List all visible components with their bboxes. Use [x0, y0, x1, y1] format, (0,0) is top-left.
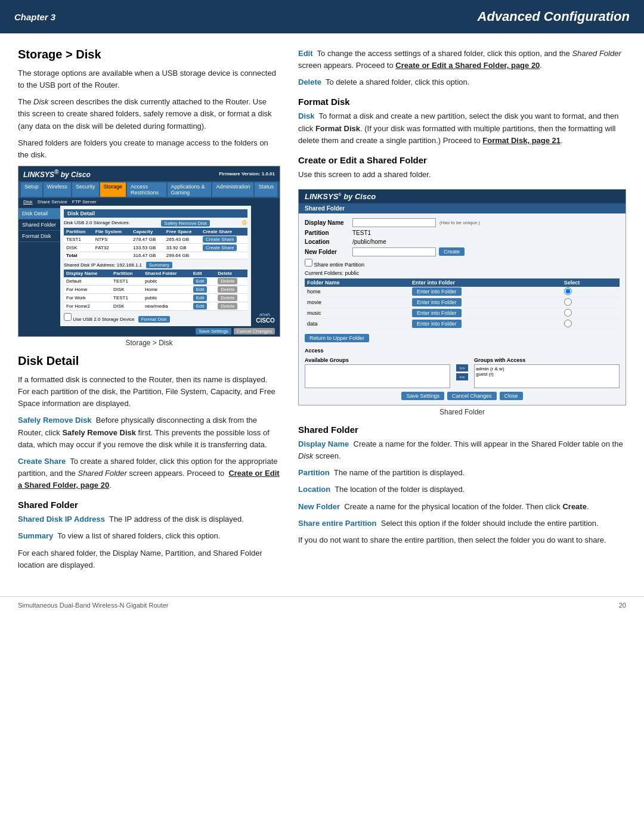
disk-info-row: Disk USB 2.0 Storage Devices: Safely Rem… — [64, 220, 247, 227]
col-sharedfolder: Shared Folder — [143, 270, 191, 277]
safely-remove-label: Safely Remove Disk — [18, 416, 92, 425]
edit-btn[interactable]: Edit — [193, 303, 208, 309]
groups-with-access-title: Groups with Access — [474, 357, 620, 363]
col-folder-name: Folder Name — [305, 278, 410, 287]
location-bold: Location — [298, 485, 330, 494]
edit-label: Edit — [298, 49, 313, 58]
shared-disk-ip-label: Shared Disk IP Address: 192.168.1.1 Summ… — [64, 262, 247, 268]
delete-btn[interactable]: Delete — [218, 278, 237, 284]
share-entire-checkbox[interactable] — [305, 259, 312, 267]
create-share-btn-2[interactable]: Create Share — [203, 244, 237, 251]
sidebar-shared-folder[interactable]: Shared Folder — [18, 219, 60, 231]
sf-header: LINKSYS® by Cisco — [299, 190, 626, 203]
nav-apps[interactable]: Applications & Gaming — [168, 182, 212, 197]
nav-setup[interactable]: Setup — [21, 182, 42, 197]
delete-btn[interactable]: Delete — [218, 286, 237, 293]
page-footer: Simultaneous Dual-Band Wireless-N Gigabi… — [0, 596, 644, 614]
edit-btn[interactable]: Edit — [193, 278, 208, 284]
share-entire-para: Share entire Partition Select this optio… — [298, 518, 626, 529]
folder: public — [143, 277, 191, 286]
nav-storage[interactable]: Storage — [100, 182, 126, 197]
nav-status[interactable]: Status — [255, 182, 277, 197]
create-share-para: Create Share To create a shared folder, … — [18, 456, 280, 491]
subtab-disk[interactable]: Disk — [23, 199, 33, 205]
footer-left: Simultaneous Dual-Band Wireless-N Gigabi… — [18, 602, 169, 609]
edit-btn[interactable]: Edit — [193, 286, 208, 293]
summary-btn[interactable]: Summary — [146, 262, 172, 268]
shared-folder-screenshot: LINKSYS® by Cisco Shared Folder Display … — [298, 189, 626, 405]
footer-page-number: 20 — [619, 602, 626, 609]
folder: Home — [143, 285, 191, 293]
edit-btn[interactable]: Edit — [193, 295, 208, 301]
format-disk-heading: Format Disk — [298, 97, 626, 107]
enter-folder-btn[interactable]: Enter into Folder — [412, 287, 462, 296]
storage-para-2: The Disk screen describes the disk curre… — [18, 96, 280, 132]
enter-folder-btn[interactable]: Enter into Folder — [412, 320, 462, 328]
summary-para: Summary To view a list of shared folders… — [18, 530, 280, 542]
sidebar-disk-detail[interactable]: Disk Detail — [18, 208, 60, 219]
enter-folder-btn[interactable]: Enter into Folder — [412, 298, 462, 306]
return-to-upper-btn[interactable]: Return to Upper Folder — [305, 334, 369, 342]
nav-access[interactable]: Access Restrictions — [127, 182, 166, 197]
remove-from-access-btn[interactable]: << — [456, 373, 468, 380]
folder-radio[interactable] — [564, 309, 572, 317]
create-share-label: Create Share — [18, 457, 66, 466]
nav-security[interactable]: Security — [72, 182, 99, 197]
partition-name: TEST1 — [64, 236, 93, 244]
create-btn[interactable]: Create — [439, 247, 465, 256]
storage-para-1: The storage options are available when a… — [18, 67, 280, 91]
disk-detail-section: Disk Detail — [64, 209, 247, 218]
shared-folder-heading-right: Shared Folder — [298, 425, 626, 435]
delete-btn[interactable]: Delete — [218, 295, 237, 301]
folder-radio[interactable] — [564, 287, 572, 295]
col-delete: Delete — [215, 270, 247, 277]
enter-folder-btn[interactable]: Enter into Folder — [412, 309, 462, 317]
save-settings-btn[interactable]: Save Settings — [196, 328, 231, 335]
display-name-label: Display Name — [305, 219, 352, 226]
display-name-para: Display Name Create a name for the folde… — [298, 438, 626, 462]
create-share-btn-1[interactable]: Create Share — [203, 236, 237, 243]
subtab-ftp[interactable]: FTP Server — [72, 199, 97, 205]
freespace: 265.43 GB — [164, 236, 200, 244]
access-label: Access — [305, 348, 620, 354]
folder: new/media — [143, 302, 191, 310]
display-name-input[interactable] — [352, 218, 436, 227]
cisco-logo: CISCO — [256, 317, 275, 324]
storage-disk-caption: Storage > Disk — [18, 339, 280, 347]
format-disk-para: Disk To format a disk and create a new p… — [298, 110, 626, 146]
arrow-col: >> << — [456, 357, 468, 388]
access-section: Access Available Groups >> << Groups wit… — [305, 348, 620, 388]
table-row: Default TEST1 public Edit Delete — [64, 277, 247, 286]
save-settings-btn[interactable]: Save Settings — [401, 392, 444, 400]
partition-para: Partition The name of the partition is d… — [298, 467, 626, 479]
folder-name: data — [305, 318, 410, 329]
safely-remove-btn[interactable]: Safely Remove Disk — [161, 220, 210, 227]
new-folder-input[interactable] — [352, 247, 436, 256]
subtab-share[interactable]: Share Service — [38, 199, 67, 205]
capacity: 278.47 GB — [131, 236, 164, 244]
partition-label: Partition — [305, 230, 352, 236]
nav-admin[interactable]: Administration — [212, 182, 253, 197]
storage-para-3: Shared folders are folders you create to… — [18, 137, 280, 161]
filesystem: FAT32 — [93, 243, 131, 252]
partition-row: Partition TEST1 — [305, 230, 620, 236]
col-partition: Partition — [64, 228, 93, 236]
edit-para: Edit To change the access settings of a … — [298, 48, 626, 72]
add-to-access-btn[interactable]: >> — [456, 364, 468, 371]
sidebar-format-disk[interactable]: Format Disk — [18, 231, 60, 242]
cancel-changes-btn[interactable]: Cancel Changes — [234, 328, 275, 335]
share-entire-bold: Share entire Partition — [298, 519, 376, 528]
folder-radio[interactable] — [564, 298, 572, 306]
format-checkbox[interactable] — [64, 313, 72, 321]
disk-detail-para: If a formatted disk is connected to the … — [18, 374, 280, 410]
close-btn[interactable]: Close — [500, 392, 523, 400]
folder-radio[interactable] — [564, 320, 572, 327]
folder: public — [143, 293, 191, 302]
nav-wireless[interactable]: Wireless — [44, 182, 72, 197]
folder-name: movie — [305, 297, 410, 308]
cancel-changes-btn[interactable]: Cancel Changes — [447, 392, 497, 400]
display-name-hint: (Has to be unique.) — [439, 220, 480, 225]
format-disk-btn[interactable]: Format Disk — [138, 316, 170, 323]
delete-btn[interactable]: Delete — [218, 303, 237, 309]
ls-nav[interactable]: Setup Wireless Security Storage Access R… — [18, 181, 280, 198]
